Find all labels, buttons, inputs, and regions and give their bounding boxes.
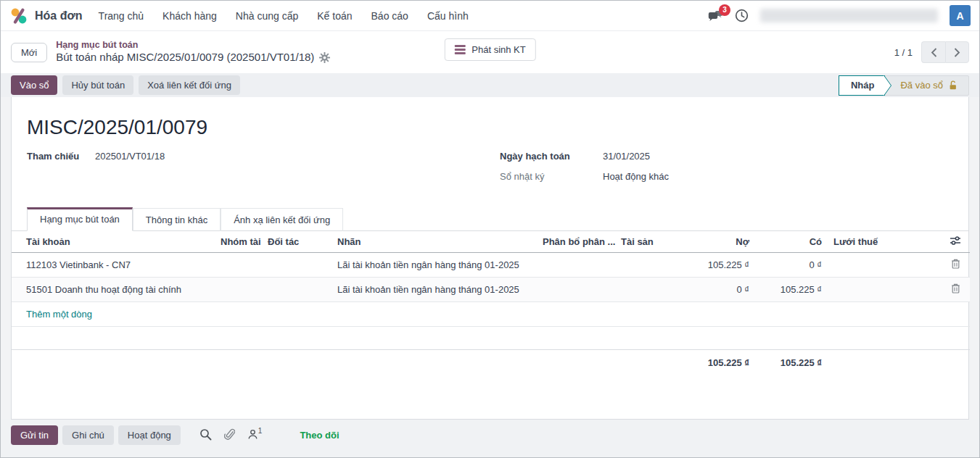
journal-items-table: Tài khoản Nhóm tài ... Đối tác Nhãn Phân… <box>12 231 970 327</box>
control-panel: Mới Hạng mục bút toán Bút toán nháp MISC… <box>1 31 979 73</box>
messages-button[interactable]: 3 <box>708 9 723 22</box>
col-analytic[interactable]: Phân bổ phân ... <box>537 231 615 253</box>
followers-button[interactable]: 1 <box>247 429 263 440</box>
search-icon <box>199 428 212 441</box>
post-button[interactable]: Vào sổ <box>11 75 57 95</box>
cancel-entry-button[interactable]: Hủy bút toán <box>62 75 133 95</box>
log-note-button[interactable]: Ghi chú <box>62 425 114 445</box>
entry-title[interactable]: MISC/2025/01/0079 <box>27 116 968 139</box>
table-header-row: Tài khoản Nhóm tài ... Đối tác Nhãn Phân… <box>12 231 970 253</box>
reference-label: Tham chiếu <box>27 151 95 162</box>
status-action-bar: Vào sổ Hủy bút toán Xoá liên kết đối ứng… <box>1 73 979 97</box>
top-navbar: Hóa đơn Trang chủ Khách hàng Nhà cung cấ… <box>1 1 979 31</box>
follower-person-icon <box>247 429 258 440</box>
col-credit[interactable]: Có <box>755 231 828 253</box>
optional-columns-button[interactable] <box>941 231 970 253</box>
cell-label[interactable]: Lãi tài khoản tiền ngân hàng tháng 01-20… <box>332 278 537 302</box>
cell-credit[interactable]: 0 ₫ <box>755 253 828 278</box>
pager-next-button[interactable] <box>945 41 969 63</box>
app-name[interactable]: Hóa đơn <box>35 9 83 22</box>
hamburger-icon <box>454 45 465 54</box>
breadcrumb: Hạng mục bút toán Bút toán nháp MISC/202… <box>56 40 330 64</box>
cell-partner[interactable] <box>262 278 332 302</box>
trash-icon <box>951 283 960 293</box>
user-avatar[interactable]: A <box>950 5 971 26</box>
cell-account[interactable]: 51501 Doanh thu hoạt động tài chính <box>12 278 215 302</box>
cell-credit[interactable]: 105.225 ₫ <box>755 278 828 302</box>
table-row[interactable]: 51501 Doanh thu hoạt động tài chính Lãi … <box>12 278 970 302</box>
menu-settings[interactable]: Cấu hình <box>427 10 469 22</box>
trash-icon <box>951 259 960 269</box>
cell-asset[interactable] <box>615 278 684 302</box>
menu-home[interactable]: Trang chủ <box>99 10 144 22</box>
cell-account[interactable]: 112103 Vietinbank - CN7 <box>12 253 215 278</box>
cell-tax-grid[interactable] <box>828 253 941 278</box>
total-credit: 105.225 ₫ <box>755 350 828 376</box>
col-asset[interactable]: Tài sản <box>615 231 684 253</box>
form-sheet: MISC/2025/01/0079 Tham chiếu 202501/VT01… <box>11 97 969 420</box>
chevron-right-icon <box>954 48 960 57</box>
journal-label: Sổ nhật ký <box>500 171 603 182</box>
cell-account-group[interactable] <box>215 278 262 302</box>
gear-icon[interactable] <box>319 52 330 63</box>
state-posted[interactable]: Đã vào sổ <box>884 76 968 95</box>
follow-button[interactable]: Theo dõi <box>300 430 339 441</box>
paperclip-icon <box>224 428 235 441</box>
cell-tax-grid[interactable] <box>828 278 941 302</box>
message-count-badge: 3 <box>719 4 730 16</box>
col-debit[interactable]: Nợ <box>684 231 755 253</box>
form-background: MISC/2025/01/0079 Tham chiếu 202501/VT01… <box>1 97 979 457</box>
menu-vendors[interactable]: Nhà cung cấp <box>236 10 298 22</box>
activities-schedule-button[interactable]: Hoạt động <box>118 425 181 445</box>
company-name-redacted[interactable] <box>760 9 938 22</box>
accounting-date-field[interactable]: 31/01/2025 <box>603 151 650 162</box>
follower-count: 1 <box>258 427 263 435</box>
accounting-date-label: Ngày hạch toán <box>500 151 603 162</box>
breadcrumb-current: Bút toán nháp MISC/2025/01/0079 (202501/… <box>56 51 314 64</box>
menu-reports[interactable]: Báo cáo <box>371 10 408 22</box>
journal-items-stat-button[interactable]: Phát sinh KT <box>444 38 535 61</box>
table-row[interactable]: 112103 Vietinbank - CN7 Lãi tài khoản ti… <box>12 253 970 278</box>
cell-account-group[interactable] <box>215 253 262 278</box>
state-ribbon: Nháp Đã vào sổ <box>839 75 969 96</box>
chatter-bar: Gửi tin Ghi chú Hoạt động <box>1 420 979 457</box>
col-account-group[interactable]: Nhóm tài ... <box>215 231 262 253</box>
totals-row: 105.225 ₫ 105.225 ₫ <box>12 349 970 375</box>
tab-other-info[interactable]: Thông tin khác <box>133 208 221 231</box>
unreconcile-button[interactable]: Xoá liên kết đối ứng <box>139 75 240 95</box>
cell-analytic[interactable] <box>537 278 615 302</box>
tab-reconcile-mapping[interactable]: Ánh xạ liên kết đối ứng <box>221 208 343 231</box>
delete-row-button[interactable] <box>941 278 970 302</box>
menu-accounting[interactable]: Kế toán <box>317 10 352 22</box>
attach-files-button[interactable] <box>224 428 235 441</box>
cell-analytic[interactable] <box>537 253 615 278</box>
menu-customers[interactable]: Khách hàng <box>162 10 217 22</box>
add-line-link[interactable]: Thêm một dòng <box>26 309 92 320</box>
journal-field[interactable]: Hoạt động khác <box>603 171 669 182</box>
notebook-tabs: Hạng mục bút toán Thông tin khác Ánh xạ … <box>12 207 968 231</box>
cell-label[interactable]: Lãi tài khoản tiền ngân hàng tháng 01-20… <box>332 253 537 278</box>
col-tax-grid[interactable]: Lưới thuế <box>828 231 941 253</box>
search-messages-button[interactable] <box>199 428 212 441</box>
cell-debit[interactable]: 0 ₫ <box>684 278 755 302</box>
activities-button[interactable] <box>735 9 749 22</box>
tab-journal-items[interactable]: Hạng mục bút toán <box>27 207 133 231</box>
send-message-button[interactable]: Gửi tin <box>11 425 58 445</box>
cell-partner[interactable] <box>262 253 332 278</box>
new-record-button[interactable]: Mới <box>11 43 47 62</box>
cell-asset[interactable] <box>615 253 684 278</box>
col-partner[interactable]: Đối tác <box>262 231 332 253</box>
totals-spacer <box>12 327 968 349</box>
col-account[interactable]: Tài khoản <box>12 231 215 253</box>
add-line-row: Thêm một dòng <box>12 302 970 327</box>
total-debit: 105.225 ₫ <box>684 350 755 376</box>
cell-debit[interactable]: 105.225 ₫ <box>684 253 755 278</box>
field-group: Tham chiếu 202501/VT01/18 Ngày hạch toán… <box>12 151 968 191</box>
reference-field[interactable]: 202501/VT01/18 <box>95 151 165 162</box>
pager-previous-button[interactable] <box>921 41 945 63</box>
state-draft[interactable]: Nháp <box>839 75 886 96</box>
col-label[interactable]: Nhãn <box>332 231 537 253</box>
breadcrumb-parent-link[interactable]: Hạng mục bút toán <box>56 40 330 51</box>
delete-row-button[interactable] <box>941 253 970 278</box>
odoo-percent-logo[interactable] <box>9 7 28 25</box>
